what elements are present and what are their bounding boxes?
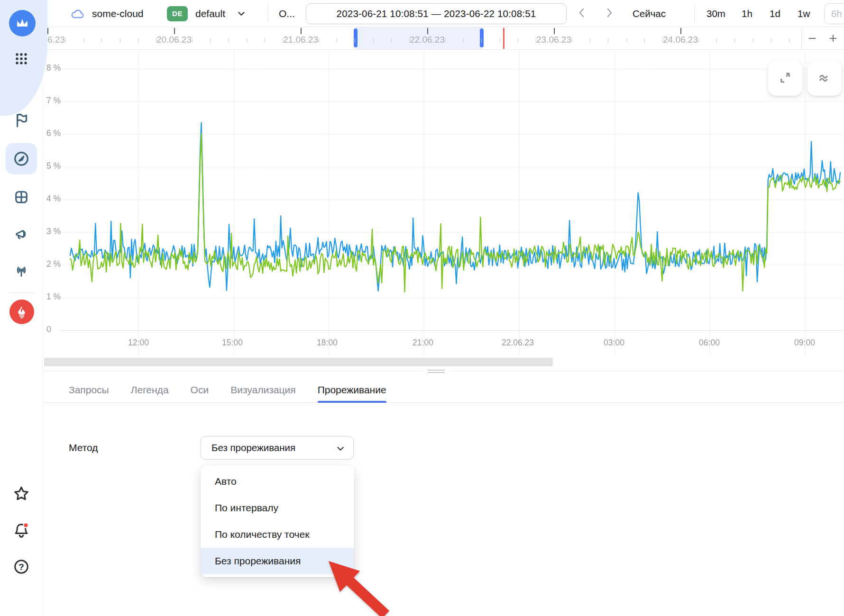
y-tick: 4 % (46, 194, 68, 204)
chart-style-button[interactable] (807, 61, 842, 96)
tab-queries[interactable]: Запросы (69, 377, 109, 403)
topbar: some-cloud DE default O... 2023-06-21 10… (43, 0, 844, 27)
timeline-zoom-in-button[interactable]: + (823, 27, 843, 50)
panel-resize-handle[interactable] (423, 367, 450, 375)
bell-icon (12, 521, 31, 540)
timeline-date: 23.06.23 (536, 35, 571, 45)
sidebar-item-dashboards[interactable] (0, 182, 43, 212)
sidebar-item-notifications[interactable] (0, 515, 43, 545)
timeline-handle-start[interactable] (354, 28, 358, 47)
timeline-zoom-out-button[interactable]: − (802, 27, 822, 50)
timeline-minor-tick (445, 38, 446, 43)
timeline-zoom-divider (801, 28, 802, 49)
sidebar-divider (9, 292, 34, 293)
settings-tabs: Запросы Легенда Оси Визуализация Прорежи… (43, 377, 844, 403)
megaphone-icon (12, 226, 30, 245)
timeline-minor-tick (536, 38, 536, 43)
timeline-date: 21.06.23 (283, 35, 318, 45)
method-label: Метод (69, 436, 98, 460)
topbar-divider-1 (268, 4, 268, 23)
timeline-minor-tick (101, 38, 102, 43)
timeline-minor-tick (138, 38, 138, 43)
quick-range-1w[interactable]: 1w (792, 0, 816, 27)
sidebar-item-favorites[interactable] (0, 479, 43, 509)
now-button[interactable]: Сейчас (627, 0, 671, 27)
method-select[interactable]: Без прореживания (201, 436, 354, 460)
y-tick: 7 % (46, 96, 68, 106)
env-badge[interactable]: DE (167, 0, 188, 27)
x-tick: 21:00 (413, 338, 433, 348)
date-range-picker[interactable]: 2023-06-21 10:08:51 — 2023-06-22 10:08:5… (306, 3, 567, 24)
timeline-minor-tick (355, 38, 355, 43)
topbar-divider-2 (694, 4, 695, 23)
timeline-major-tick (427, 28, 428, 34)
dropdown-option-points[interactable]: По количеству точек (201, 521, 354, 548)
y-tick: 0 (46, 325, 68, 335)
timeline-minor-tick (771, 38, 771, 43)
expand-chart-button[interactable] (768, 61, 802, 96)
y-tick: 3 % (46, 226, 68, 236)
tab-downsampling[interactable]: Прореживание (318, 377, 386, 403)
breadcrumb-cloud-name[interactable]: some-cloud (92, 0, 144, 27)
timeline-minor-tick (572, 38, 572, 43)
star-icon (12, 484, 31, 503)
timeline-handle-end[interactable] (480, 28, 484, 47)
sidebar-item-help[interactable]: ? (0, 552, 43, 582)
timeline-minor-tick (83, 38, 84, 43)
sidebar-item-agents[interactable] (0, 257, 43, 287)
method-select-value: Без прореживания (211, 442, 295, 453)
timeline-major-tick (680, 28, 681, 34)
chevron-down-icon (335, 444, 346, 454)
timeline-minor-tick (500, 38, 500, 43)
y-tick: 8 % (46, 63, 68, 73)
timeline-minor-tick (608, 38, 608, 43)
timeline-ruler[interactable]: 19.06.23 20.06.23 21.06.23 22.06.23 23.0… (43, 27, 844, 50)
chart-horizontal-scrollbar[interactable] (44, 358, 553, 366)
timeline-date: 24.06.23 (663, 35, 698, 45)
monitoring-logo-icon (14, 15, 30, 32)
quick-range-1d[interactable]: 1d (764, 0, 786, 27)
timeseries-canvas[interactable] (43, 50, 844, 355)
quick-range-30m[interactable]: 30m (701, 0, 731, 27)
monitoring-page: ? some-cloud DE default O... 2023-06-21 … (0, 0, 844, 616)
timeline-minor-tick (463, 38, 464, 43)
sidebar-item-alerts[interactable] (0, 105, 43, 136)
y-tick: 1 % (46, 292, 68, 302)
tab-visualization[interactable]: Визуализация (230, 377, 296, 403)
dropdown-option-auto[interactable]: Авто (201, 468, 354, 495)
timeline-minor-tick (716, 38, 717, 43)
x-tick: 12:00 (128, 338, 149, 348)
tab-axes[interactable]: Оси (191, 377, 209, 403)
apps-grid-icon[interactable] (0, 44, 43, 74)
timeline-minor-tick (228, 38, 229, 43)
range-prev-button[interactable] (574, 0, 590, 27)
chevron-down-icon[interactable] (236, 0, 247, 27)
timeline-minor-tick (518, 38, 518, 43)
y-tick: 5 % (46, 161, 68, 171)
tab-legend[interactable]: Легенда (131, 377, 169, 403)
y-tick: 2 % (46, 259, 68, 269)
quick-range-1h[interactable]: 1h (736, 0, 758, 27)
quick-range-6h-partial[interactable]: 6h (824, 3, 844, 24)
env-badge-label: DE (167, 6, 188, 21)
sidebar-item-explore[interactable] (0, 144, 43, 174)
sidebar-item-prometheus[interactable] (9, 299, 34, 324)
timeline-minor-tick (337, 38, 337, 43)
timeline-minor-tick (283, 38, 283, 43)
breadcrumb-dashboard-truncated[interactable]: O... (279, 0, 295, 27)
monitoring-logo[interactable] (9, 10, 36, 36)
timeline-minor-tick (789, 38, 789, 43)
flame-icon (14, 304, 29, 320)
timeline-date: 22.06.23 (410, 35, 445, 45)
chevron-left-icon (577, 6, 587, 21)
x-tick: 18:00 (317, 338, 338, 348)
timeline-minor-tick (409, 38, 410, 43)
range-next-button[interactable] (601, 0, 617, 27)
y-tick: 6 % (46, 128, 68, 138)
dropdown-option-interval[interactable]: По интервалу (201, 495, 354, 521)
timeline-minor-tick (319, 38, 319, 43)
timeline-date: 20.06.23 (156, 35, 192, 45)
folder-selector[interactable]: default (195, 0, 225, 27)
timeline-major-tick (47, 28, 48, 34)
sidebar-item-announcements[interactable] (0, 220, 43, 251)
